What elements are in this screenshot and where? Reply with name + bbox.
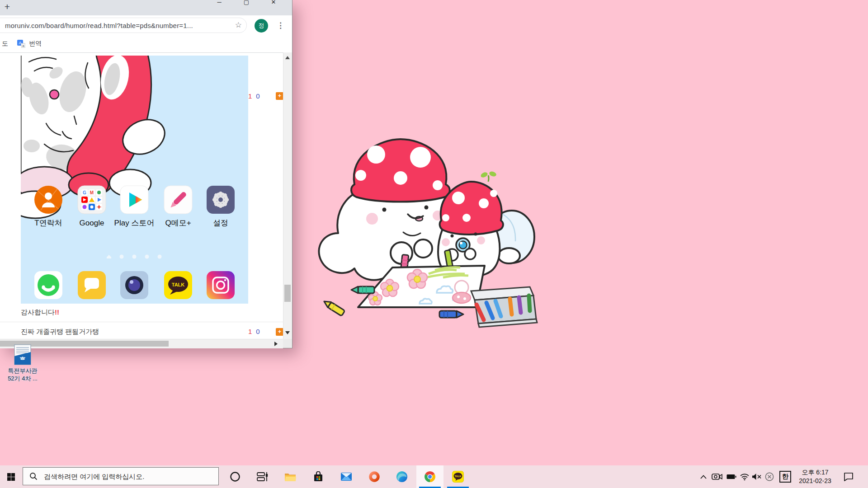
comment-vote-counts: 1 0 bbox=[248, 328, 260, 335]
tab-bar: + ─ ▢ ✕ bbox=[0, 0, 292, 15]
mushroom-parent-character bbox=[319, 139, 453, 283]
tray-meet-now-button[interactable] bbox=[711, 465, 723, 488]
t-contacts-icon bbox=[34, 186, 62, 214]
taskbar-microsoft-store-button[interactable] bbox=[305, 465, 332, 488]
kakao-bubble-text: TALK bbox=[454, 475, 462, 478]
crayon-box bbox=[471, 287, 537, 327]
taskbar-mail-button[interactable] bbox=[333, 465, 360, 488]
app-label: 설정 bbox=[213, 219, 228, 227]
desktop-shortcut-hwp-file[interactable]: ᄒ 특전부사관 52기 4차 ... bbox=[1, 344, 44, 382]
mail-icon bbox=[340, 472, 352, 481]
bookmark-star-icon[interactable]: ☆ bbox=[235, 20, 242, 30]
kakaotalk-icon: TALK bbox=[452, 471, 464, 483]
svg-text:a: a bbox=[22, 44, 24, 48]
caption-emphasis: !! bbox=[55, 308, 59, 316]
scroll-right-arrow-icon[interactable] bbox=[274, 342, 278, 346]
maximize-button[interactable]: ▢ bbox=[236, 0, 257, 7]
divider bbox=[0, 322, 283, 322]
tray-status-circle-button[interactable] bbox=[763, 465, 776, 488]
taskbar-file-explorer-button[interactable] bbox=[277, 465, 304, 488]
settings-icon bbox=[207, 186, 235, 214]
comment-vote-badge-button[interactable]: + bbox=[276, 328, 283, 336]
search-input[interactable] bbox=[43, 472, 194, 481]
profile-avatar[interactable]: 정 bbox=[255, 19, 268, 33]
app-label: T연락처 bbox=[34, 219, 62, 227]
camera-icon bbox=[712, 473, 722, 481]
downvote-count: 0 bbox=[256, 328, 259, 335]
taskbar-edge-button[interactable] bbox=[388, 465, 415, 488]
svg-text:M: M bbox=[90, 190, 94, 195]
tray-show-hidden-icons-button[interactable] bbox=[698, 465, 708, 488]
translate-icon[interactable]: A a bbox=[17, 40, 25, 48]
post-vote-badge-button[interactable]: + bbox=[276, 92, 283, 100]
bookmark-item-partial[interactable]: 도 bbox=[2, 40, 8, 48]
upvote-count: 1 bbox=[248, 328, 252, 335]
play-store-icon bbox=[120, 186, 148, 214]
taskbar-office-button[interactable] bbox=[361, 465, 388, 488]
office-icon bbox=[369, 471, 380, 482]
battery-icon bbox=[726, 474, 736, 479]
taskbar-chrome-button[interactable] bbox=[416, 465, 443, 488]
bookmarks-bar: 도 A a 번역 bbox=[0, 36, 292, 52]
app-label: Play 스토어 bbox=[114, 219, 155, 227]
taskbar-cortana-button[interactable] bbox=[222, 465, 249, 488]
post-caption: 감사합니다!! bbox=[21, 308, 59, 317]
browser-menu-icon[interactable]: ⋮ bbox=[277, 19, 284, 33]
start-button[interactable] bbox=[0, 465, 22, 488]
kakao-bubble-text: TALK bbox=[172, 282, 185, 287]
shortcut-label-line1: 특전부사관 bbox=[1, 367, 44, 375]
scroll-down-arrow-icon[interactable] bbox=[285, 331, 290, 334]
camera-icon bbox=[120, 271, 148, 299]
instagram-icon bbox=[207, 271, 235, 299]
tray-ime-indicator[interactable]: 한 bbox=[778, 465, 792, 488]
upvote-count: 1 bbox=[248, 92, 252, 100]
app-label: Google bbox=[80, 219, 104, 227]
browser-toolbar: moruniv.com/board/humor/read.html?table=… bbox=[0, 15, 292, 36]
chevron-up-icon bbox=[700, 475, 707, 479]
page-content: G M bbox=[0, 52, 283, 339]
tray-clock[interactable]: 오후 6:17 2021-02-23 bbox=[791, 468, 839, 485]
taskbar: TALK bbox=[0, 465, 868, 488]
messages-icon bbox=[78, 271, 106, 299]
post-image-phone-screenshot: G M bbox=[21, 56, 248, 304]
vertical-scroll-thumb[interactable] bbox=[284, 285, 291, 302]
wallpaper-mushroom-art bbox=[307, 132, 570, 331]
kakaotalk-icon: TALK bbox=[164, 271, 192, 299]
microsoft-store-icon bbox=[313, 471, 324, 482]
speaker-mute-icon bbox=[752, 473, 762, 480]
cortana-icon bbox=[230, 471, 241, 482]
shortcut-label-line2: 52기 4차 ... bbox=[1, 375, 44, 382]
action-center-button[interactable] bbox=[841, 465, 856, 488]
minimize-button[interactable]: ─ bbox=[209, 0, 230, 7]
search-icon bbox=[29, 472, 38, 480]
hwp-glyph: ᄒ bbox=[19, 356, 26, 364]
edge-icon bbox=[396, 471, 408, 483]
tray-volume-muted-button[interactable] bbox=[750, 465, 763, 488]
bookmark-item-translate[interactable]: 번역 bbox=[29, 40, 42, 48]
phone-call-icon bbox=[34, 271, 62, 299]
mushroom-baby-character bbox=[438, 171, 534, 277]
taskbar-kakaotalk-button[interactable]: TALK bbox=[444, 465, 472, 488]
close-button[interactable]: ✕ bbox=[263, 0, 284, 7]
svg-text:G: G bbox=[83, 190, 86, 195]
taskbar-task-view-button[interactable] bbox=[249, 465, 276, 488]
tray-time: 오후 6:17 bbox=[791, 468, 839, 477]
url-text: moruniv.com/board/humor/read.html?table=… bbox=[5, 22, 193, 29]
scrollbar-corner bbox=[283, 339, 292, 348]
app-label: Q메모+ bbox=[165, 219, 191, 227]
chrome-icon bbox=[424, 471, 436, 483]
tray-wifi-button[interactable] bbox=[739, 465, 750, 488]
taskbar-search-box[interactable] bbox=[23, 467, 219, 485]
ime-korean-label: 한 bbox=[779, 471, 791, 483]
desktop: + ─ ▢ ✕ moruniv.com/board/humor/read.htm… bbox=[0, 0, 868, 488]
post-vote-counts: 1 0 bbox=[248, 92, 260, 100]
windows-logo-icon bbox=[7, 473, 15, 481]
new-tab-button[interactable]: + bbox=[1, 1, 14, 14]
google-folder-icon: G M bbox=[78, 186, 106, 214]
address-bar[interactable]: moruniv.com/board/humor/read.html?table=… bbox=[0, 18, 247, 33]
scroll-up-arrow-icon[interactable] bbox=[285, 56, 290, 59]
wifi-icon bbox=[740, 473, 749, 480]
tray-date: 2021-02-23 bbox=[791, 477, 839, 485]
tray-battery-button[interactable] bbox=[725, 465, 738, 488]
vertical-scrollbar[interactable] bbox=[283, 52, 292, 339]
